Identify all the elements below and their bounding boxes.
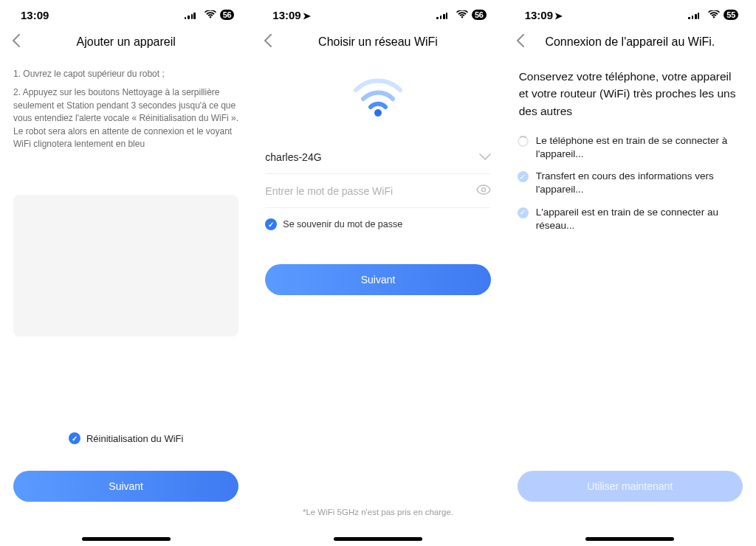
status-time: 13:09 <box>21 9 49 21</box>
password-placeholder: Entrer le mot de passe WiFi <box>265 185 475 197</box>
nav-title: Choisir un réseau WiFi <box>264 35 492 49</box>
back-button[interactable] <box>516 34 525 50</box>
step-text: L'appareil est en train de se connecter … <box>536 206 743 232</box>
illustration-placeholder <box>13 195 238 336</box>
battery-badge: 55 <box>724 10 738 20</box>
keep-close-heading: Conservez votre téléphone, votre apparei… <box>518 68 743 120</box>
remember-password-check[interactable]: ✓ Se souvenir du mot de passe <box>265 218 490 230</box>
nav-bar: Choisir un réseau WiFi <box>252 30 504 55</box>
home-indicator[interactable] <box>334 537 422 541</box>
check-icon: ✓ <box>518 171 529 182</box>
remember-label: Se souvenir du mot de passe <box>283 219 402 229</box>
ssid-field[interactable]: charles-24G <box>265 140 490 174</box>
wifi-reset-label: Réinitialisation du WiFi <box>86 433 184 444</box>
status-time: 13:09➤ <box>525 9 563 21</box>
battery-badge: 56 <box>472 10 487 20</box>
cellular-icon <box>436 11 453 19</box>
connection-steps: Le téléphone est en train de se connecte… <box>518 134 743 232</box>
back-button[interactable] <box>12 34 21 50</box>
status-bar: 13:09➤ 55 <box>504 0 756 30</box>
home-indicator[interactable] <box>82 537 171 541</box>
check-icon: ✓ <box>69 432 80 444</box>
nav-title: Ajouter un appareil <box>12 35 240 49</box>
password-field[interactable]: Entrer le mot de passe WiFi <box>265 174 490 208</box>
back-button[interactable] <box>264 34 272 50</box>
status-bar: 13:09 56 <box>0 0 252 30</box>
step-row: ✓ Transfert en cours des informations ve… <box>518 170 743 196</box>
step-row: Le téléphone est en train de se connecte… <box>518 134 743 161</box>
next-button[interactable]: Suivant <box>13 471 238 502</box>
content-area: charles-24G Entrer le mot de passe WiFi … <box>252 55 504 546</box>
location-arrow-icon: ➤ <box>554 10 563 21</box>
spinner-icon <box>518 136 529 147</box>
step-row: ✓ L'appareil est en train de se connecte… <box>518 206 743 232</box>
cellular-icon <box>185 11 201 19</box>
status-icons: 56 <box>185 9 235 21</box>
step-text: Le téléphone est en train de se connecte… <box>536 134 743 161</box>
use-now-button: Utiliser maintenant <box>518 471 743 502</box>
instruction-line-1: 1. Ouvrez le capot supérieur du robot ; <box>13 68 238 80</box>
next-button[interactable]: Suivant <box>265 264 490 295</box>
status-bar: 13:09➤ 56 <box>252 0 504 30</box>
chevron-left-icon <box>516 34 525 47</box>
status-icons: 55 <box>688 9 738 21</box>
step-text: Transfert en cours des informations vers… <box>536 170 743 196</box>
chevron-down-icon <box>479 151 491 164</box>
status-time: 13:09➤ <box>272 9 310 21</box>
screen-choose-wifi: 13:09➤ 56 Choisir un réseau WiFi charles… <box>252 0 504 546</box>
battery-badge: 56 <box>220 10 235 20</box>
ssid-value: charles-24G <box>265 151 478 163</box>
nav-title: Connexion de l'appareil au WiFi. <box>516 35 744 49</box>
svg-point-1 <box>481 187 485 191</box>
wifi-reset-confirm[interactable]: ✓ Réinitialisation du WiFi <box>13 432 238 444</box>
wifi-5ghz-note: *Le WiFi 5GHz n'est pas pris en charge. <box>252 508 504 516</box>
svg-point-0 <box>374 109 382 117</box>
wifi-status-icon <box>708 9 720 21</box>
instruction-line-2: 2. Appuyez sur les boutons Nettoyage à l… <box>13 86 238 151</box>
eye-icon[interactable] <box>476 183 491 198</box>
nav-bar: Ajouter un appareil <box>0 30 252 55</box>
status-icons: 56 <box>436 9 487 21</box>
home-indicator[interactable] <box>585 537 674 541</box>
nav-bar: Connexion de l'appareil au WiFi. <box>504 30 756 55</box>
wifi-large-icon <box>351 77 405 118</box>
location-arrow-icon: ➤ <box>303 10 311 21</box>
screen-connecting: 13:09➤ 55 Connexion de l'appareil au WiF… <box>504 0 756 546</box>
wifi-status-icon <box>456 9 468 21</box>
check-icon: ✓ <box>518 207 529 218</box>
wifi-status-icon <box>205 9 216 21</box>
cellular-icon <box>688 11 704 19</box>
check-icon: ✓ <box>265 218 277 230</box>
screen-add-device: 13:09 56 Ajouter un appareil 1. Ouvrez l… <box>0 0 252 546</box>
chevron-left-icon <box>264 34 272 47</box>
chevron-left-icon <box>12 34 21 47</box>
